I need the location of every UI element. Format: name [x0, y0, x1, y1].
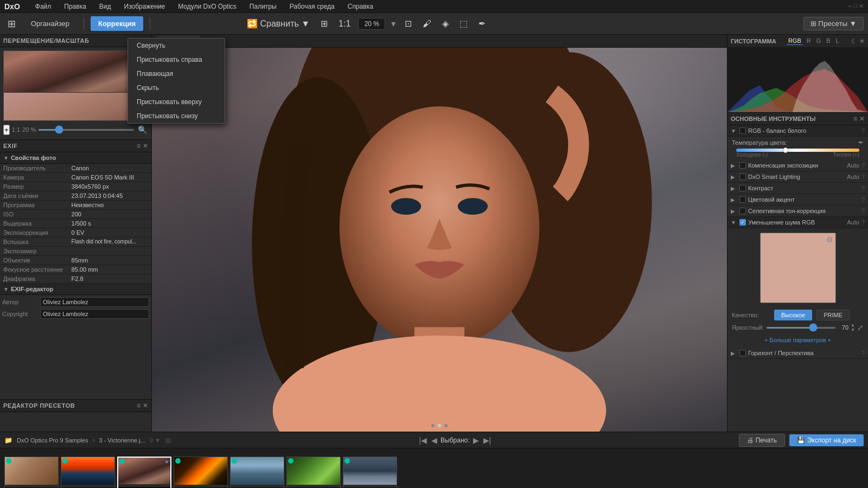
temp-slider-thumb[interactable]: [783, 147, 788, 153]
tool-sl-checkbox[interactable]: [739, 174, 746, 180]
tool-exposure-checkbox[interactable]: [739, 162, 746, 169]
filter-icon[interactable]: ⊜: [165, 436, 171, 445]
folder-path[interactable]: DxO Optics Pro 9 Samples: [17, 437, 88, 444]
filmstrip-item-6[interactable]: 6 - Ladybird.jpg: [286, 457, 341, 489]
tool-noise[interactable]: ▼ ✓ Уменьшение шума RGB Auto ?: [727, 217, 868, 228]
presets-menu-icon[interactable]: ≡: [137, 402, 141, 409]
hist-channel-rgb[interactable]: RGB: [787, 37, 803, 45]
presets-close-icon[interactable]: ✕: [143, 402, 148, 409]
photo-props-header[interactable]: ▼ Свойства фото: [0, 152, 151, 164]
exif-menu-icon[interactable]: ≡: [137, 142, 141, 150]
dropdown-dock-right[interactable]: Пристыковать справа: [128, 53, 225, 67]
correction-tab[interactable]: Коррекция: [91, 16, 143, 31]
tool-color-accent[interactable]: ▶ Цветовой акцент ?: [727, 194, 868, 206]
exif-close-icon[interactable]: ✕: [143, 142, 148, 150]
filmstrip-play-btn[interactable]: ▶: [472, 435, 480, 446]
brush-tool-icon[interactable]: 🖌: [419, 17, 435, 31]
grid-view-icon[interactable]: ⊞: [317, 16, 331, 31]
dropdown-dock-bottom[interactable]: Пристыковать снизу: [128, 109, 225, 123]
tool-exposure[interactable]: ▶ Компенсация экспозиции Auto ?: [727, 160, 868, 171]
brightness-down-icon[interactable]: ▼: [851, 328, 855, 332]
tool-noise-checkbox[interactable]: ✓: [739, 219, 746, 226]
filmstrip-item-7[interactable]: 7 - Ruegen Pier.nef: [343, 457, 397, 489]
zoom-slider[interactable]: [38, 129, 135, 131]
print-button[interactable]: 🖨 Печать: [739, 434, 785, 447]
filmstrip-prev-btn[interactable]: ◀: [430, 435, 438, 446]
tool-contrast-help[interactable]: ?: [861, 185, 865, 191]
tool-noise-help[interactable]: ?: [861, 219, 865, 226]
add-photo-icon[interactable]: +: [3, 125, 10, 135]
filmstrip-first-btn[interactable]: |◀: [418, 435, 428, 446]
tools-menu-icon[interactable]: ≡: [853, 115, 857, 123]
tool-st-checkbox[interactable]: [739, 208, 746, 214]
tools-close-icon[interactable]: ✕: [859, 115, 865, 123]
menu-workspace[interactable]: Рабочая среда: [288, 2, 337, 11]
tool-ca-help[interactable]: ?: [861, 196, 865, 203]
dropdown-hide[interactable]: Скрыть: [128, 81, 225, 95]
tool-wb[interactable]: ▼ RGB - баланс белого ?: [727, 125, 868, 137]
compare-button[interactable]: 🔁 Сравнить ▼: [244, 16, 313, 31]
zoom-search-icon[interactable]: 🔍: [137, 124, 148, 135]
image-area[interactable]: [152, 48, 727, 432]
dropdown-dock-top[interactable]: Пристыковать вверху: [128, 95, 225, 109]
tool-contrast-checkbox[interactable]: [739, 185, 746, 191]
menu-file[interactable]: Файл: [33, 2, 54, 11]
swatch-settings-icon[interactable]: ⚙: [826, 235, 833, 244]
menu-edit[interactable]: Правка: [62, 2, 88, 11]
brightness-expand-icon[interactable]: ⤢: [857, 323, 864, 332]
filmstrip-item-2[interactable]: 2 - Bosque Sunrise.nef: [61, 457, 115, 489]
organizer-tab[interactable]: Органайзер: [23, 16, 77, 31]
tool-exposure-help[interactable]: ?: [861, 162, 865, 169]
tool-smart-lighting[interactable]: ▶ DxO Smart Lighting Auto ?: [727, 171, 868, 183]
menu-palettes[interactable]: Палитры: [247, 2, 279, 11]
presets-button[interactable]: ⊞ Пресеты ▼: [803, 17, 864, 30]
filmstrip-item-1[interactable]: 1 - Helene.jpg: [4, 457, 59, 489]
export-button[interactable]: 💾 Экспорт на диск: [789, 434, 864, 446]
brightness-slider[interactable]: [766, 327, 836, 329]
sort-indicator[interactable]: 9 ▼: [150, 437, 161, 444]
zoom-percent-display[interactable]: 20 %: [358, 18, 385, 30]
eyedropper-icon[interactable]: ✒: [475, 16, 489, 31]
hist-sun-icon[interactable]: ✳: [859, 37, 865, 45]
tool-horizon-help[interactable]: ?: [861, 350, 865, 356]
tool-contrast[interactable]: ▶ Контраст ?: [727, 183, 868, 194]
hist-channel-b[interactable]: B: [825, 37, 832, 45]
tool-sl-help[interactable]: ?: [861, 174, 865, 180]
quality-high-btn[interactable]: Высокое: [774, 310, 812, 320]
tool-horizon[interactable]: ▶ Горизонт / Перспектива ?: [727, 348, 868, 359]
hist-channel-r[interactable]: R: [805, 37, 813, 45]
wb-dropper-icon[interactable]: ✒: [858, 139, 864, 146]
select-tool-icon[interactable]: ⬚: [456, 16, 471, 31]
hist-channel-g[interactable]: G: [815, 37, 823, 45]
tool-wb-checkbox[interactable]: [739, 127, 746, 134]
tool-selective-tone[interactable]: ▶ Селективная тон-коррекция ?: [727, 206, 868, 217]
filmstrip-last-btn[interactable]: ▶|: [482, 435, 493, 446]
exif-copyright-input[interactable]: [40, 309, 149, 319]
crop-tool-icon[interactable]: ⊡: [401, 16, 415, 31]
temp-gradient[interactable]: [736, 149, 859, 152]
hist-moon-icon[interactable]: ☾: [851, 37, 857, 45]
pan-zoom-thumbnail[interactable]: [3, 50, 148, 121]
tool-wb-help[interactable]: ?: [861, 127, 865, 134]
file-name[interactable]: 3 - Victorienne.j...: [99, 437, 145, 444]
exif-author-input[interactable]: [40, 297, 149, 307]
brightness-up-icon[interactable]: ▲: [851, 323, 855, 328]
exif-editor-header[interactable]: ▼ EXIF-редактор: [0, 284, 151, 295]
dropdown-collapse[interactable]: Свернуть: [128, 38, 225, 53]
dropdown-floating[interactable]: Плавающая: [128, 67, 225, 81]
menu-view[interactable]: Вид: [97, 2, 113, 11]
zoom-ratio-btn[interactable]: 1:1: [335, 17, 354, 31]
filmstrip-item-3[interactable]: 3 - Victorienne.jpg ★: [117, 457, 171, 489]
tool-st-help[interactable]: ?: [861, 208, 865, 214]
menu-image[interactable]: Изображение: [122, 2, 168, 11]
quality-prime-btn[interactable]: PRIME: [816, 310, 850, 320]
menu-modules[interactable]: Модули DxO Optics: [176, 2, 239, 11]
menu-help[interactable]: Справка: [346, 2, 375, 11]
hist-channel-l[interactable]: L: [834, 37, 841, 45]
filmstrip-item-5[interactable]: 5 - Stockholm.jpg: [230, 457, 284, 489]
tool-horizon-checkbox[interactable]: [739, 350, 746, 356]
zoom-dropdown-icon[interactable]: ▼: [390, 20, 397, 28]
filmstrip-item-4[interactable]: 4 - Fire-eater.cr2: [174, 457, 228, 489]
clone-tool-icon[interactable]: ◈: [439, 16, 452, 31]
more-params-btn[interactable]: + Больше параметров +: [732, 335, 864, 345]
